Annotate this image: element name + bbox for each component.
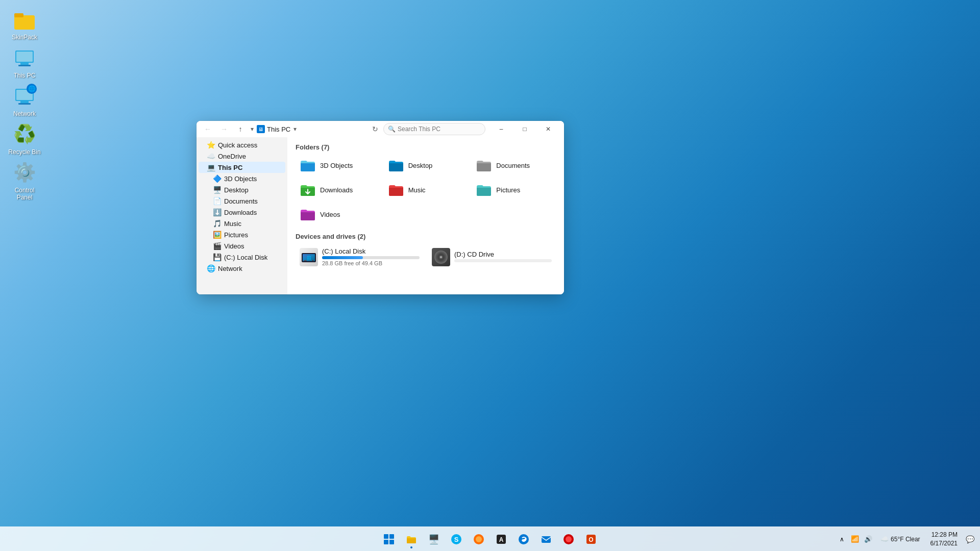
sidebar-label-onedrive: OneDrive <box>218 153 246 160</box>
svg-rect-15 <box>304 260 307 261</box>
sidebar-item-network[interactable]: 🌐 Network <box>199 263 285 274</box>
desktop-icon-network[interactable]: 🌐 Network <box>4 82 45 119</box>
address-path: This PC <box>267 126 290 133</box>
tray-volume[interactable]: 🔊 <box>862 532 874 546</box>
weather-icon: ☁️ <box>880 535 889 543</box>
svg-rect-18 <box>304 256 310 257</box>
svg-rect-28 <box>389 534 394 539</box>
thispc-sidebar-icon: 💻 <box>207 163 215 171</box>
refresh-button[interactable]: ↻ <box>369 123 381 135</box>
desktop-icon-control-panel[interactable]: ⚙️ Control Panel <box>4 158 45 203</box>
svg-text:S: S <box>454 536 459 543</box>
maximize-button[interactable]: □ <box>513 121 536 137</box>
drive-c-bar-bg <box>322 256 420 259</box>
taskbar-app4[interactable]: S <box>446 529 467 549</box>
taskbar-file-explorer[interactable] <box>401 529 422 549</box>
taskbar-weather[interactable]: ☁️ 65°F Clear <box>876 535 924 543</box>
taskbar-app6[interactable]: A <box>491 529 511 549</box>
minimize-button[interactable]: – <box>489 121 513 137</box>
address-dropdown[interactable]: ▾ <box>292 126 298 133</box>
desktop-icon-recycle-bin[interactable]: ♻️ Recycle Bin <box>4 120 45 158</box>
taskbar-app3[interactable]: 🖥️ <box>424 529 444 549</box>
folders-grid: 3D Objects Desktop <box>296 155 556 224</box>
folder-pictures-label: Pictures <box>496 186 520 194</box>
drive-d-bar-bg <box>454 259 552 262</box>
taskbar-edge[interactable] <box>513 529 534 549</box>
svg-rect-17 <box>304 255 308 256</box>
back-button[interactable]: ← <box>201 123 215 135</box>
svg-text:O: O <box>589 536 593 543</box>
sidebar-item-this-pc[interactable]: 💻 This PC <box>199 162 285 173</box>
sidebar-item-music[interactable]: 🎵 Music <box>199 218 285 229</box>
tray-network[interactable]: 📶 <box>849 532 861 546</box>
thispc-label: This PC <box>14 72 36 79</box>
svg-rect-8 <box>20 101 29 103</box>
up-button[interactable]: ↑ <box>233 123 248 135</box>
weather-text: 65°F Clear <box>891 536 920 543</box>
folder-desktop-icon <box>388 158 404 172</box>
start-button[interactable] <box>379 529 399 549</box>
tray-icons: ∧ 📶 🔊 <box>836 532 874 546</box>
folder-3dobjects[interactable]: 3D Objects <box>296 155 380 176</box>
svg-text:A: A <box>499 536 504 543</box>
sidebar-label-documents: Documents <box>224 197 258 205</box>
taskbar-mail[interactable] <box>536 529 556 549</box>
address-bar: 🖥 This PC ▾ <box>257 123 367 135</box>
svg-text:🌐: 🌐 <box>28 85 36 92</box>
search-input[interactable] <box>398 126 481 133</box>
folder-documents[interactable]: Documents <box>472 155 556 176</box>
drive-c-space: 28.8 GB free of 49.4 GB <box>322 260 420 266</box>
svg-rect-30 <box>389 540 394 544</box>
folder-music-icon <box>388 183 404 197</box>
sidebar-item-downloads[interactable]: ⬇️ Downloads <box>199 207 285 218</box>
sidebar-label-c-local-disk: (C:) Local Disk <box>224 254 267 261</box>
taskbar-right: ∧ 📶 🔊 ☁️ 65°F Clear 12:28 PM 6/17/2021 💬 <box>836 531 976 548</box>
sidebar-item-3dobjects[interactable]: 🔷 3D Objects <box>199 173 285 184</box>
sidebar-item-c-local-disk[interactable]: 💾 (C:) Local Disk <box>199 252 285 263</box>
control-panel-label: Control Panel <box>6 187 43 201</box>
folder-downloads[interactable]: Downloads <box>296 180 380 200</box>
svg-rect-20 <box>309 256 311 258</box>
address-chevron[interactable]: ▾ <box>250 126 255 133</box>
sidebar-item-desktop[interactable]: 🖥️ Desktop <box>199 184 285 195</box>
folder-pictures[interactable]: Pictures <box>472 180 556 200</box>
sidebar-label-pictures: Pictures <box>224 231 248 239</box>
drive-c[interactable]: (C:) Local Disk 28.8 GB free of 49.4 GB <box>296 244 424 269</box>
folder-desktop[interactable]: Desktop <box>384 155 468 176</box>
svg-rect-29 <box>384 540 388 544</box>
sidebar-item-documents[interactable]: 📄 Documents <box>199 195 285 207</box>
folder-3dobjects-icon <box>300 158 316 172</box>
desktop: SkinPack This PC 🌐 Network ♻️ <box>0 0 980 527</box>
notification-icon[interactable]: 💬 <box>964 532 976 546</box>
sidebar-label-desktop: Desktop <box>224 186 249 194</box>
svg-rect-4 <box>20 63 29 65</box>
drive-c-info: (C:) Local Disk 28.8 GB free of 49.4 GB <box>322 247 420 266</box>
onedrive-icon: ☁️ <box>207 152 215 160</box>
close-button[interactable]: ✕ <box>536 121 560 137</box>
taskbar-app9[interactable] <box>558 529 579 549</box>
taskbar-app5[interactable] <box>469 529 489 549</box>
network-sidebar-icon: 🌐 <box>207 264 215 272</box>
pictures-sidebar-icon: 🖼️ <box>213 231 221 239</box>
sidebar-item-onedrive[interactable]: ☁️ OneDrive <box>199 151 285 162</box>
sidebar-item-quick-access[interactable]: ⭐ Quick access <box>199 139 285 151</box>
desktop-icon-skinpack[interactable]: SkinPack <box>4 5 45 43</box>
folder-videos-label: Videos <box>320 211 340 218</box>
taskbar-time[interactable]: 12:28 PM 6/17/2021 <box>926 531 962 548</box>
3dobjects-sidebar-icon: 🔷 <box>213 174 221 183</box>
tray-expand[interactable]: ∧ <box>836 532 848 546</box>
drive-d[interactable]: (D:) CD Drive <box>428 244 556 269</box>
folder-music[interactable]: Music <box>384 180 468 200</box>
desktop-icon-thispc[interactable]: This PC <box>4 43 45 81</box>
drive-c-icon <box>300 248 318 266</box>
sidebar-item-pictures[interactable]: 🖼️ Pictures <box>199 229 285 240</box>
taskbar-office[interactable]: O <box>581 529 601 549</box>
sidebar-item-videos[interactable]: 🎬 Videos <box>199 240 285 252</box>
music-sidebar-icon: 🎵 <box>213 219 221 228</box>
forward-button[interactable]: → <box>217 123 231 135</box>
folder-videos[interactable]: Videos <box>296 204 380 224</box>
window-controls: – □ ✕ <box>489 121 560 137</box>
svg-point-26 <box>440 256 442 258</box>
main-content: Folders (7) 3D Objects <box>287 137 564 294</box>
search-box[interactable]: 🔍 <box>383 123 485 135</box>
